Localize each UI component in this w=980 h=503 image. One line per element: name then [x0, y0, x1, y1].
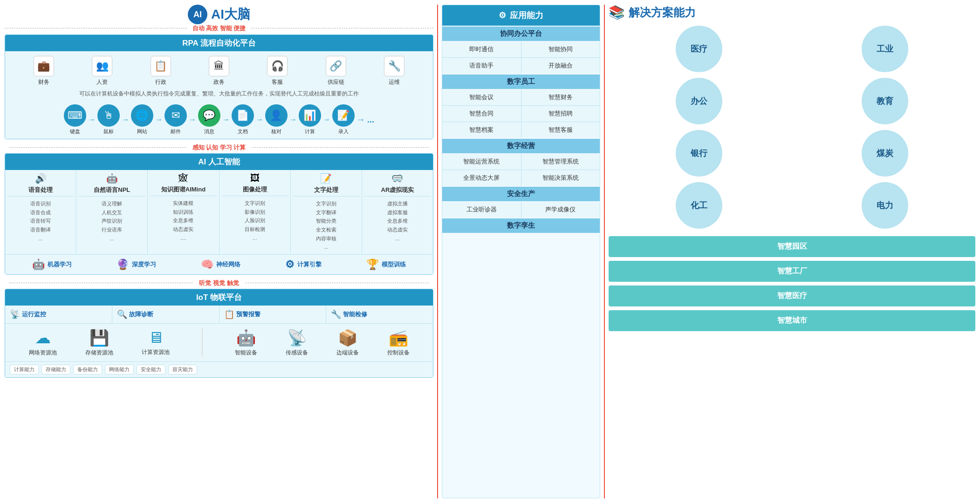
iot-capabilities: 计算能力 存储能力 备份能力 网络能力 安全能力 容灾能力 [5, 361, 433, 377]
safety-acoustic: 声学成像仪 [521, 202, 600, 218]
flow-entry: 📝 录入 [332, 104, 355, 135]
service-label: 客服 [272, 78, 283, 86]
iot-header: IoT 物联平台 [5, 289, 433, 306]
voice-icon: 🔊 [7, 173, 74, 184]
solution-rects: 智慧园区 智慧工厂 智慧医疗 智慧城市 [609, 236, 975, 332]
storage-icon: 💾 [89, 328, 109, 347]
voice-items: 语音识别语音合成语音转写语音翻译... [7, 199, 74, 243]
solution-power[interactable]: 电力 [862, 182, 908, 229]
control-icon: 📻 [389, 328, 408, 347]
rpa-icon-finance: 💼 财务 [34, 56, 54, 86]
safety-header: 安全生产 [442, 187, 600, 201]
rpa-flow-row: ⌨ 键盘 → 🖱 鼠标 → 🌐 网站 → ✉ 邮件 → [5, 101, 433, 139]
solution-icon: 📚 [609, 5, 625, 20]
collab-header: 协同办公平台 [442, 27, 600, 41]
emp-recruit: 智慧招聘 [521, 106, 600, 122]
ai-categories: 🔊 语音处理 语音识别语音合成语音转写语音翻译... 🤖 自然语言NPL 语义理… [5, 170, 433, 254]
rpa-icon-service: 🎧 客服 [267, 56, 288, 86]
safety-stethoscope: 工业听诊器 [442, 202, 521, 218]
ai-bottom-row: 🤖 机器学习 🔮 深度学习 🧠 神经网络 ⚙ 计算引擎 🏆 模型训练 [5, 254, 433, 274]
flow-arrow-1: → [88, 116, 96, 124]
storage-label: 存储资源池 [85, 349, 113, 357]
smart-label: 智能设备 [235, 349, 257, 357]
repair-label: 智能检修 [343, 310, 367, 319]
cap-compute: 计算能力 [10, 365, 39, 374]
gov-label: 政务 [213, 78, 225, 86]
keyboard-icon: ⌨ [64, 104, 86, 127]
repair-icon: 🔧 [331, 309, 341, 319]
right-panel: 📚 解决方案能力 医疗 工业 办公 教育 银行 煤炭 化工 电力 智慧园区 智慧… [609, 5, 975, 498]
ai-brain-icon: AI [188, 5, 207, 24]
rpa-desc: 可以在计算机设备中模拟人类执行指令完成重复、繁琐、大批量的工作任务，实现替代人工… [5, 88, 433, 101]
ar-icon: 🥽 [364, 173, 431, 184]
app-title: 应用能力 [510, 10, 543, 21]
kg-icon: 🕸 [150, 173, 217, 184]
solution-smart-city[interactable]: 智慧城市 [609, 310, 975, 331]
compute-icon: 🖥 [148, 328, 164, 347]
gov-icon: 🏛 [209, 56, 229, 76]
ai-section: AI 人工智能 🔊 语音处理 语音识别语音合成语音转写语音翻译... 🤖 自然语… [5, 153, 433, 275]
flow-arrow-8: → [323, 116, 330, 124]
solution-coal[interactable]: 煤炭 [862, 130, 908, 177]
solution-smart-park[interactable]: 智慧园区 [609, 236, 975, 257]
nn-item: 🧠 神经网络 [201, 258, 240, 271]
rpa-section: RPA 流程自动化平台 💼 财务 👥 人资 📋 行政 🏛 政务 [5, 34, 433, 139]
monitor-fault: 🔍 故障诊断 [112, 306, 219, 323]
collab-voice: 语音助手 [442, 58, 521, 74]
nn-icon: 🧠 [201, 258, 213, 271]
digital-biz-header: 数字经营 [442, 139, 600, 153]
monitor-alert: 📋 预警报警 [219, 306, 327, 323]
edge-label: 边端设备 [336, 349, 359, 357]
iot-devices-row: ☁ 网络资源池 💾 存储资源池 🖥 计算资源池 🤖 智能设备 📡 [5, 324, 433, 361]
solution-bank[interactable]: 银行 [676, 130, 722, 177]
ai-cat-npl: 🤖 自然语言NPL 语义理解人机交互声纹识别行业语库... [76, 170, 148, 254]
rpa-icon-gov: 🏛 政务 [209, 56, 229, 86]
flow-arrow-7: → [289, 116, 297, 124]
ml-icon: 🤖 [32, 258, 45, 271]
solution-smart-medical[interactable]: 智慧医疗 [609, 285, 975, 306]
solutions-circles-grid: 医疗 工业 办公 教育 银行 煤炭 化工 电力 [609, 26, 975, 229]
flow-arrow-6: → [256, 116, 263, 124]
flow-check: 👤 核对 [265, 104, 288, 135]
solution-industry[interactable]: 工业 [862, 26, 908, 72]
collab-smart: 智能协同 [521, 41, 600, 57]
smart-icon: 🤖 [236, 328, 256, 347]
ai-brain-header: AI AI大脑 自动 高效 智能 便捷 [5, 5, 433, 33]
flow-arrow-5: → [222, 116, 230, 124]
ai-brain-title: AI AI大脑 [188, 5, 250, 24]
solution-office[interactable]: 办公 [676, 78, 722, 124]
solution-education[interactable]: 教育 [862, 78, 908, 124]
msg-icon: 💬 [198, 104, 220, 127]
solution-header: 📚 解决方案能力 [609, 5, 975, 20]
engine-item: ⚙ 计算引擎 [285, 258, 322, 271]
sensor-icon: 📡 [287, 328, 307, 347]
digital-biz-grid: 智能运营系统 智慧管理系统 全景动态大屏 智能决策系统 [442, 154, 600, 186]
app-icon: ⚙ [499, 10, 506, 20]
npl-items: 语义理解人机交互声纹识别行业语库... [78, 199, 145, 243]
rpa-icon-supply: 🔗 供应链 [326, 56, 346, 86]
solution-smart-factory[interactable]: 智慧工厂 [609, 261, 975, 282]
middle-panel: ⚙ 应用能力 协同办公平台 即时通信 智能协同 语音助手 开放融合 数字员工 智… [442, 5, 600, 498]
edge-icon: 📦 [338, 328, 357, 347]
model-label: 模型训练 [382, 260, 406, 269]
biz-mgmt: 智慧管理系统 [521, 154, 600, 170]
digital-twin-header: 数字孪生 [442, 218, 600, 233]
hr-label: 人资 [96, 78, 108, 86]
npl-icon: 🤖 [78, 173, 145, 184]
solution-chemical[interactable]: 化工 [676, 182, 722, 229]
solution-medical[interactable]: 医疗 [676, 26, 722, 72]
rpa-icon-hr: 👥 人资 [92, 56, 112, 86]
ai-cat-ar: 🥽 AR虚拟现实 虚拟主播虚拟客服全息多维动态虚实... [362, 170, 433, 254]
engine-label: 计算引擎 [297, 260, 322, 269]
text-title: 文字处理 [293, 186, 360, 197]
cap-security: 安全能力 [137, 365, 165, 374]
check-icon: 👤 [265, 104, 288, 127]
rpa-icon-ops: 🔧 运维 [384, 56, 404, 86]
left-middle-divider [437, 5, 438, 498]
admin-label: 行政 [155, 78, 166, 86]
iot-section: IoT 物联平台 📡 运行监控 🔍 故障诊断 📋 预警报警 🔧 智能检修 [5, 289, 433, 378]
text-icon: 📝 [293, 173, 360, 184]
cap-disaster: 容灾能力 [168, 365, 197, 374]
supply-label: 供应链 [328, 78, 344, 86]
digital-emp-grid: 智能会议 智慧财务 智慧合同 智慧招聘 智慧档案 智慧客服 [442, 89, 600, 138]
